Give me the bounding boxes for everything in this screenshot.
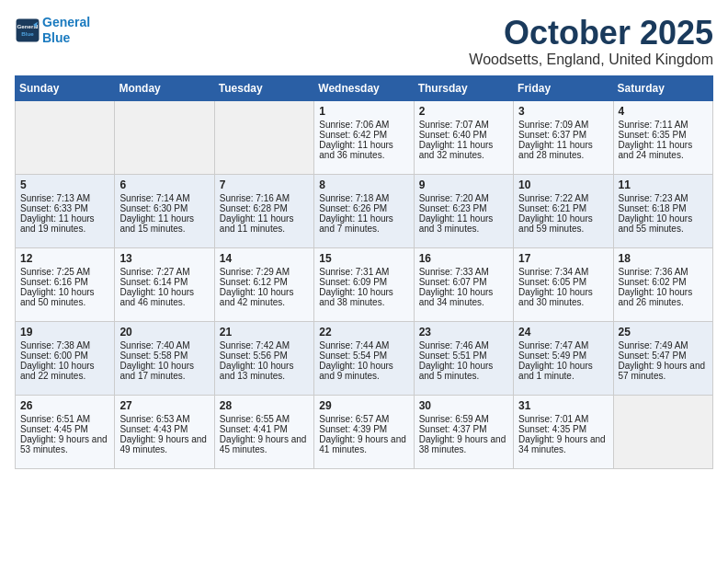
- day-info: Sunset: 6:18 PM: [619, 203, 708, 213]
- day-info: Sunset: 5:49 PM: [518, 350, 608, 361]
- day-info: Sunrise: 7:31 AM: [319, 267, 408, 277]
- day-number: 17: [518, 252, 608, 265]
- svg-text:Blue: Blue: [21, 30, 34, 37]
- day-info: Sunrise: 7:42 AM: [220, 340, 309, 350]
- day-info: Sunset: 6:16 PM: [20, 277, 109, 287]
- day-info: Daylight: 11 hours and 36 minutes.: [319, 140, 408, 160]
- weekday-header-sunday: Sunday: [16, 75, 115, 100]
- day-info: Sunrise: 7:09 AM: [518, 120, 608, 130]
- day-info: Daylight: 10 hours and 5 minutes.: [419, 361, 508, 381]
- day-info: Daylight: 9 hours and 57 minutes.: [619, 361, 708, 381]
- day-info: Daylight: 9 hours and 38 minutes.: [419, 434, 508, 454]
- day-number: 28: [220, 399, 309, 412]
- day-info: Sunrise: 7:16 AM: [220, 193, 309, 203]
- calendar-cell: 29Sunrise: 6:57 AMSunset: 4:39 PMDayligh…: [314, 395, 414, 468]
- day-number: 5: [20, 178, 109, 191]
- day-info: Daylight: 9 hours and 41 minutes.: [319, 434, 408, 454]
- day-info: Sunrise: 6:53 AM: [119, 414, 209, 424]
- day-info: Daylight: 10 hours and 55 minutes.: [619, 213, 708, 234]
- weekday-header-monday: Monday: [115, 75, 214, 100]
- day-number: 27: [119, 399, 209, 412]
- day-number: 4: [619, 105, 708, 118]
- day-info: Sunrise: 7:49 AM: [619, 340, 708, 350]
- day-number: 9: [419, 178, 508, 191]
- day-info: Sunset: 4:43 PM: [119, 424, 209, 434]
- day-number: 15: [319, 252, 408, 265]
- day-info: Sunrise: 6:51 AM: [20, 414, 109, 424]
- day-number: 11: [619, 178, 708, 191]
- day-number: 10: [518, 178, 608, 191]
- calendar-cell: 28Sunrise: 6:55 AMSunset: 4:41 PMDayligh…: [214, 395, 313, 468]
- day-info: Sunset: 5:56 PM: [220, 350, 309, 361]
- day-number: 26: [20, 399, 109, 412]
- day-info: Sunset: 6:30 PM: [119, 203, 209, 213]
- day-number: 23: [419, 326, 508, 339]
- calendar-cell: 25Sunrise: 7:49 AMSunset: 5:47 PMDayligh…: [613, 321, 712, 395]
- day-info: Sunset: 5:54 PM: [319, 350, 408, 361]
- day-info: Daylight: 10 hours and 9 minutes.: [319, 361, 408, 381]
- day-number: 29: [319, 399, 408, 412]
- day-info: Daylight: 10 hours and 34 minutes.: [419, 287, 508, 307]
- weekday-header-thursday: Thursday: [414, 75, 513, 100]
- calendar-cell: 30Sunrise: 6:59 AMSunset: 4:37 PMDayligh…: [414, 395, 513, 468]
- day-info: Daylight: 11 hours and 19 minutes.: [20, 213, 109, 234]
- day-info: Daylight: 10 hours and 38 minutes.: [319, 287, 408, 307]
- calendar-cell: 11Sunrise: 7:23 AMSunset: 6:18 PMDayligh…: [613, 174, 712, 247]
- day-info: Sunrise: 7:38 AM: [20, 340, 109, 350]
- location-title: Woodsetts, England, United Kingdom: [469, 52, 713, 68]
- day-info: Sunset: 6:26 PM: [319, 203, 408, 213]
- day-info: Daylight: 11 hours and 32 minutes.: [419, 140, 508, 160]
- calendar-week-row: 1Sunrise: 7:06 AMSunset: 6:42 PMDaylight…: [16, 100, 713, 174]
- calendar-cell: 16Sunrise: 7:33 AMSunset: 6:07 PMDayligh…: [414, 247, 513, 321]
- calendar-cell: 3Sunrise: 7:09 AMSunset: 6:37 PMDaylight…: [514, 100, 613, 174]
- day-info: Sunset: 4:41 PM: [220, 424, 309, 434]
- day-info: Daylight: 10 hours and 1 minute.: [518, 361, 608, 381]
- day-info: Sunset: 6:02 PM: [619, 277, 708, 287]
- calendar-cell: 6Sunrise: 7:14 AMSunset: 6:30 PMDaylight…: [115, 174, 214, 247]
- weekday-header-tuesday: Tuesday: [214, 75, 313, 100]
- day-number: 25: [619, 326, 708, 339]
- day-number: 18: [619, 252, 708, 265]
- day-info: Sunrise: 7:46 AM: [419, 340, 508, 350]
- logo: General Blue General Blue: [15, 15, 90, 46]
- day-number: 1: [319, 105, 408, 118]
- calendar-cell: 31Sunrise: 7:01 AMSunset: 4:35 PMDayligh…: [514, 395, 613, 468]
- day-info: Sunrise: 7:44 AM: [319, 340, 408, 350]
- page-header: General Blue General Blue October 2025 W…: [15, 15, 713, 68]
- calendar-cell: 1Sunrise: 7:06 AMSunset: 6:42 PMDaylight…: [314, 100, 414, 174]
- calendar-cell: 10Sunrise: 7:22 AMSunset: 6:21 PMDayligh…: [514, 174, 613, 247]
- day-info: Sunrise: 7:20 AM: [419, 193, 508, 203]
- day-info: Sunset: 4:45 PM: [20, 424, 109, 434]
- day-info: Daylight: 10 hours and 17 minutes.: [119, 361, 209, 381]
- day-info: Daylight: 11 hours and 11 minutes.: [220, 213, 309, 234]
- calendar-cell: 20Sunrise: 7:40 AMSunset: 5:58 PMDayligh…: [115, 321, 214, 395]
- weekday-header-wednesday: Wednesday: [314, 75, 414, 100]
- calendar-cell: 23Sunrise: 7:46 AMSunset: 5:51 PMDayligh…: [414, 321, 513, 395]
- calendar-cell: 21Sunrise: 7:42 AMSunset: 5:56 PMDayligh…: [214, 321, 313, 395]
- day-info: Sunrise: 7:01 AM: [518, 414, 608, 424]
- calendar-cell: 19Sunrise: 7:38 AMSunset: 6:00 PMDayligh…: [16, 321, 115, 395]
- day-number: 30: [419, 399, 508, 412]
- day-info: Sunset: 6:14 PM: [119, 277, 209, 287]
- day-number: 3: [518, 105, 608, 118]
- calendar-cell: 26Sunrise: 6:51 AMSunset: 4:45 PMDayligh…: [16, 395, 115, 468]
- day-info: Sunrise: 6:55 AM: [220, 414, 309, 424]
- day-info: Sunset: 6:12 PM: [220, 277, 309, 287]
- day-number: 2: [419, 105, 508, 118]
- day-info: Daylight: 10 hours and 42 minutes.: [220, 287, 309, 307]
- calendar-cell: 17Sunrise: 7:34 AMSunset: 6:05 PMDayligh…: [514, 247, 613, 321]
- day-number: 6: [119, 178, 209, 191]
- calendar-table: SundayMondayTuesdayWednesdayThursdayFrid…: [15, 75, 713, 469]
- calendar-cell: 13Sunrise: 7:27 AMSunset: 6:14 PMDayligh…: [115, 247, 214, 321]
- calendar-cell: 18Sunrise: 7:36 AMSunset: 6:02 PMDayligh…: [613, 247, 712, 321]
- day-info: Daylight: 10 hours and 46 minutes.: [119, 287, 209, 307]
- calendar-week-row: 5Sunrise: 7:13 AMSunset: 6:33 PMDaylight…: [16, 174, 713, 247]
- day-info: Daylight: 11 hours and 3 minutes.: [419, 213, 508, 234]
- day-info: Sunset: 5:47 PM: [619, 350, 708, 361]
- day-info: Sunrise: 7:06 AM: [319, 120, 408, 130]
- day-info: Daylight: 11 hours and 15 minutes.: [119, 213, 209, 234]
- day-number: 8: [319, 178, 408, 191]
- day-info: Sunrise: 7:29 AM: [220, 267, 309, 277]
- day-info: Daylight: 10 hours and 59 minutes.: [518, 213, 608, 234]
- calendar-cell: [214, 100, 313, 174]
